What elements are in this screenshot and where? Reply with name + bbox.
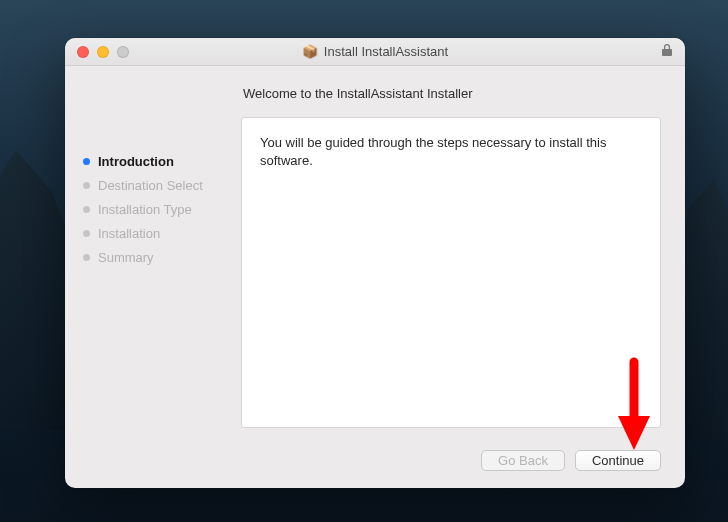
sidebar-step-installation-type: Installation Type [83,202,237,217]
step-label: Summary [98,250,154,265]
page-heading: Welcome to the InstallAssistant Installe… [241,86,661,101]
columns: Introduction Destination Select Installa… [65,66,685,438]
step-bullet-icon [83,206,90,213]
main-area: Welcome to the InstallAssistant Installe… [237,66,685,438]
sidebar-step-installation: Installation [83,226,237,241]
sidebar-step-summary: Summary [83,250,237,265]
footer: Go Back Continue [65,438,685,488]
sidebar-step-introduction: Introduction [83,154,237,169]
continue-button[interactable]: Continue [575,450,661,471]
lock-icon [661,43,673,61]
installer-window: 📦 Install InstallAssistant Introduction … [65,38,685,488]
step-bullet-icon [83,158,90,165]
sidebar-step-destination-select: Destination Select [83,178,237,193]
body-text: You will be guided through the steps nec… [260,135,606,168]
step-bullet-icon [83,182,90,189]
window-title: Install InstallAssistant [324,44,448,59]
zoom-button-disabled [117,46,129,58]
go-back-button: Go Back [481,450,565,471]
step-label: Destination Select [98,178,203,193]
package-icon: 📦 [302,44,318,59]
sidebar: Introduction Destination Select Installa… [65,66,237,438]
step-label: Introduction [98,154,174,169]
step-bullet-icon [83,254,90,261]
step-label: Installation [98,226,160,241]
step-bullet-icon [83,230,90,237]
traffic-lights [65,46,129,58]
minimize-button[interactable] [97,46,109,58]
titlebar: 📦 Install InstallAssistant [65,38,685,66]
window-title-wrap: 📦 Install InstallAssistant [65,44,685,59]
step-label: Installation Type [98,202,192,217]
content-box: You will be guided through the steps nec… [241,117,661,428]
close-button[interactable] [77,46,89,58]
window-body: Introduction Destination Select Installa… [65,66,685,488]
